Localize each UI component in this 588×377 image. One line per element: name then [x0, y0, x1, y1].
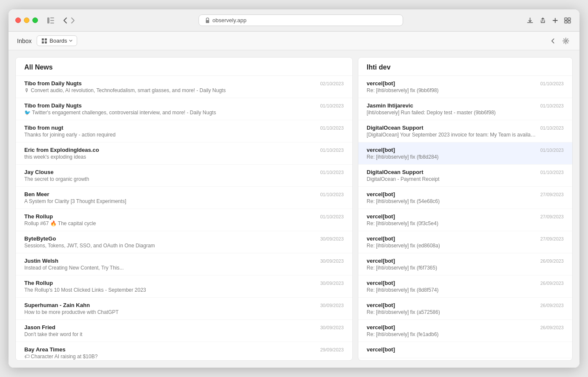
email-sender: ByteByteGo: [24, 235, 316, 242]
email-date: 30/09/2023: [320, 325, 344, 330]
all-news-header: All News: [16, 58, 352, 76]
email-sender: The Rollup: [24, 213, 316, 220]
email-date: 29/09/2023: [320, 347, 344, 352]
list-item[interactable]: Tibo from Daily Nugts 🎙 Convert audio, A…: [16, 76, 352, 98]
list-item[interactable]: vercel[bot] Re: [ihti/observely] fix (8d…: [358, 276, 572, 298]
email-preview: The secret to organic growth: [24, 176, 316, 182]
email-content: Bay Area Times 🏷 Character AI raising at…: [24, 346, 316, 360]
email-date: 30/09/2023: [320, 236, 344, 241]
svg-rect-4: [206, 20, 209, 23]
back-button[interactable]: [62, 16, 69, 25]
ihti-dev-list[interactable]: vercel[bot] Re: [ihti/observely] fix (9b…: [358, 76, 572, 360]
list-item[interactable]: Jasmin Ihtijarevic [ihti/observely] Run …: [358, 98, 572, 120]
list-item[interactable]: vercel[bot] Re: [ihti/observely] fix (f6…: [358, 253, 572, 276]
svg-rect-2: [50, 20, 54, 21]
email-sender: Jay Clouse: [24, 169, 316, 175]
list-item[interactable]: Tibo from nugt Thanks for joining early …: [16, 120, 352, 142]
list-item[interactable]: Ben Meer A System for Clarity [3 Thought…: [16, 187, 352, 209]
settings-button[interactable]: [561, 36, 571, 46]
list-item[interactable]: Superhuman - Zain Kahn How to be more pr…: [16, 298, 352, 320]
list-item[interactable]: Jason Fried Don't take their word for it…: [16, 320, 352, 342]
share-button[interactable]: [538, 15, 548, 26]
list-item[interactable]: Bay Area Times 🏷 Character AI raising at…: [16, 342, 352, 360]
email-content: The Rollup The Rollup's 10 Most Clicked …: [24, 280, 316, 293]
list-item[interactable]: DigitalOcean Support DigitalOcean - Paym…: [358, 165, 572, 187]
list-item[interactable]: Tibo from Daily Nugts 🐦 Twitter's engage…: [16, 98, 352, 120]
sidebar-toggle-button[interactable]: [45, 14, 57, 26]
back-nav-button[interactable]: [548, 36, 558, 46]
boards-button[interactable]: Boards: [37, 35, 77, 46]
svg-rect-0: [47, 17, 49, 23]
traffic-lights: [15, 17, 38, 23]
list-item[interactable]: vercel[bot] Re: [ihti/observely] fix (a5…: [358, 298, 572, 320]
minimize-button[interactable]: [24, 17, 29, 23]
email-date: 01/10/2023: [320, 214, 344, 219]
address-bar-wrap: observely.app: [81, 14, 520, 26]
list-item[interactable]: vercel[bot] Re: [ihti/observely] fix (0f…: [358, 209, 572, 231]
all-news-title: All News: [24, 64, 344, 71]
email-preview: A System for Clarity [3 Thought Experime…: [24, 198, 316, 204]
list-item[interactable]: DigitalOcean Support [DigitalOcean] Your…: [358, 120, 572, 142]
svg-rect-5: [565, 18, 567, 20]
email-content: Superhuman - Zain Kahn How to be more pr…: [24, 302, 316, 315]
email-date: 02/10/2023: [320, 81, 344, 86]
email-sender: Ben Meer: [24, 191, 316, 197]
email-content: DigitalOcean Support DigitalOcean - Paym…: [367, 169, 536, 182]
list-item[interactable]: The Rollup The Rollup's 10 Most Clicked …: [16, 276, 352, 298]
email-date: 27/09/2023: [540, 236, 564, 241]
svg-rect-9: [42, 38, 44, 41]
new-tab-button[interactable]: [551, 16, 560, 25]
list-item[interactable]: vercel[bot] Re: [ihti/observely] fix (9b…: [358, 76, 572, 98]
email-content: vercel[bot] Re: [ihti/observely] fix (54…: [367, 191, 536, 204]
svg-point-13: [565, 40, 567, 42]
email-date: 01/10/2023: [540, 81, 564, 86]
list-item[interactable]: vercel[bot] Re: [ihti/observely] fix (fe…: [358, 320, 572, 342]
email-preview: Instead of Creating New Content, Try Thi…: [24, 265, 316, 271]
tab-overview-button[interactable]: [562, 16, 573, 25]
email-sender: Superhuman - Zain Kahn: [24, 302, 316, 308]
list-item[interactable]: Justin Welsh Instead of Creating New Con…: [16, 253, 352, 276]
email-sender: DigitalOcean Support: [367, 169, 536, 175]
list-item[interactable]: ByteByteGo Sessions, Tokens, JWT, SSO, a…: [16, 231, 352, 253]
svg-rect-11: [42, 41, 44, 44]
svg-rect-6: [568, 18, 571, 20]
download-button[interactable]: [525, 15, 535, 26]
email-preview: Re: [ihti/observely] fix (f6f7365): [367, 265, 536, 271]
close-button[interactable]: [15, 17, 21, 23]
email-date: 27/09/2023: [540, 192, 564, 197]
list-item[interactable]: vercel[bot] Re: [ihti/observely] fix (ed…: [358, 231, 572, 253]
email-content: vercel[bot] Re: [ihti/observely] fix (fb…: [367, 147, 536, 160]
email-content: Tibo from nugt Thanks for joining early …: [24, 125, 316, 138]
email-sender: Bay Area Times: [24, 346, 316, 353]
email-content: Jason Fried Don't take their word for it: [24, 324, 316, 337]
email-date: 01/10/2023: [540, 103, 564, 108]
address-bar[interactable]: observely.app: [199, 14, 403, 26]
browser-window: observely.app: [9, 9, 579, 368]
email-preview: Re: [ihti/observely] fix (8d8f574): [367, 287, 536, 293]
list-item[interactable]: vercel[bot] Re: [ihti/observely] fix (54…: [358, 187, 572, 209]
email-date: 01/10/2023: [540, 148, 564, 153]
list-item[interactable]: The Rollup Rollup #67 🔥 The capital cycl…: [16, 209, 352, 231]
email-preview: Re: [ihti/observely] fix (a572586): [367, 309, 536, 315]
email-preview: [ihti/observely] Run failed: Deploy test…: [367, 110, 536, 116]
fullscreen-button[interactable]: [32, 17, 38, 23]
email-preview: Re: [ihti/observely] fix (0f3c5e4): [367, 220, 536, 226]
email-preview: The Rollup's 10 Most Clicked Links - Sep…: [24, 287, 316, 293]
list-item[interactable]: vercel[bot]: [358, 342, 572, 358]
email-date: 01/10/2023: [540, 125, 564, 130]
chevron-down-icon: [69, 40, 72, 42]
forward-button[interactable]: [69, 16, 76, 25]
email-content: Tibo from Daily Nugts 🐦 Twitter's engage…: [24, 102, 316, 116]
email-content: Eric from ExplodingIdeas.co this week's …: [24, 147, 316, 160]
list-item[interactable]: Jay Clouse The secret to organic growth …: [16, 165, 352, 187]
email-date: 30/09/2023: [320, 281, 344, 286]
svg-rect-12: [45, 41, 47, 44]
email-sender: Tibo from Daily Nugts: [24, 102, 316, 109]
email-content: vercel[bot] Re: [ihti/observely] fix (f6…: [367, 258, 536, 271]
email-preview: Don't take their word for it: [24, 331, 316, 337]
email-preview: 🐦 Twitter's engagement challenges, contr…: [24, 110, 316, 116]
all-news-list[interactable]: Tibo from Daily Nugts 🎙 Convert audio, A…: [16, 76, 352, 360]
list-item[interactable]: vercel[bot] Re: [ihti/observely] fix (fb…: [358, 142, 572, 165]
email-sender: vercel[bot]: [367, 258, 536, 264]
list-item[interactable]: Eric from ExplodingIdeas.co this week's …: [16, 142, 352, 165]
